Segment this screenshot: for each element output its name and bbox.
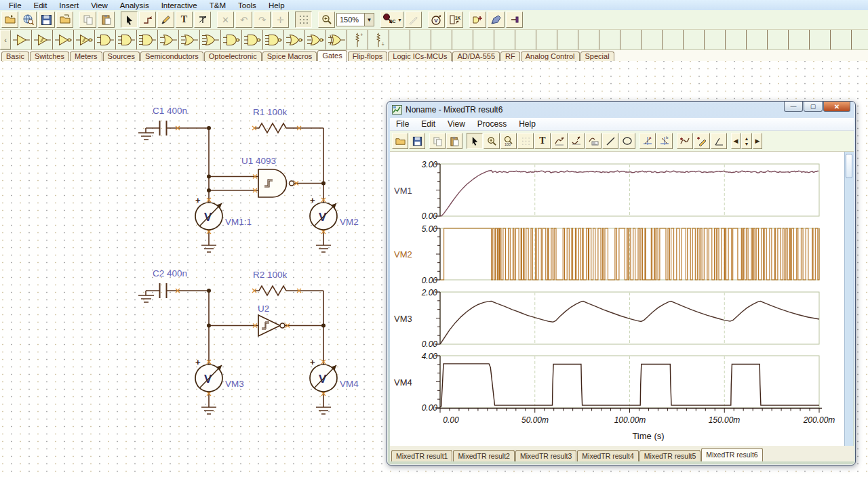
tab-mixedtr-result1[interactable]: MixedTR result1	[391, 450, 452, 461]
pulldown-resistor-icon[interactable]: ⏚	[368, 30, 389, 49]
maximize-button[interactable]: ▢	[804, 102, 823, 112]
tab-spice-macros[interactable]: Spice Macros	[262, 51, 317, 61]
inverter-icon[interactable]	[53, 30, 74, 49]
interpolate-button[interactable]	[677, 133, 693, 149]
dc-probe-dropdown[interactable]: ▼	[397, 18, 402, 22]
result-menu-file[interactable]: File	[390, 119, 415, 129]
or4-icon[interactable]	[200, 30, 221, 49]
legend-button[interactable]	[585, 133, 601, 149]
tab-rf[interactable]: RF	[500, 51, 520, 61]
result-paste-button[interactable]	[446, 133, 462, 149]
result-select-button[interactable]	[467, 133, 483, 149]
capacitor-c2[interactable]	[160, 283, 167, 298]
add-macro-button[interactable]	[469, 12, 486, 28]
buffer-icon[interactable]	[11, 30, 32, 49]
save-button[interactable]	[38, 12, 55, 28]
result-text-button[interactable]: T	[534, 133, 551, 149]
nand4-icon[interactable]	[263, 30, 284, 49]
close-button[interactable]: ✕	[823, 102, 850, 112]
menu-interactive[interactable]: Interactive	[155, 1, 203, 9]
result-menu-view[interactable]: View	[441, 119, 471, 129]
open-project-button[interactable]	[56, 12, 73, 28]
minimize-button[interactable]: —	[784, 102, 803, 112]
tab-sources[interactable]: Sources	[103, 51, 140, 61]
tab-ad-da-555[interactable]: AD/DA-555	[452, 51, 500, 61]
menu-insert[interactable]: Insert	[53, 1, 85, 9]
schmitt-inverter-u2[interactable]	[258, 315, 285, 336]
page-next-button[interactable]: ▶	[753, 133, 762, 149]
result-open-button[interactable]	[392, 133, 408, 149]
select-tool-button[interactable]	[121, 12, 138, 28]
menu-view[interactable]: View	[85, 1, 114, 9]
tab-mixedtr-result3[interactable]: MixedTR result3	[515, 450, 576, 461]
nand2-icon[interactable]	[221, 30, 242, 49]
pin-tool-button[interactable]	[506, 12, 523, 28]
controlled-buffer-icon[interactable]	[32, 30, 53, 49]
text-tool-button[interactable]: T	[176, 12, 193, 28]
cut-button[interactable]: ✕	[217, 12, 234, 28]
or3-icon[interactable]	[179, 30, 200, 49]
tab-meters[interactable]: Meters	[70, 51, 102, 61]
page-prev-button[interactable]: ◀	[731, 133, 741, 149]
tab-analog-control[interactable]: Analog Control	[521, 51, 580, 61]
result-copy-button[interactable]	[429, 133, 446, 149]
zoom-level-combo[interactable]: 150% ▼	[336, 13, 374, 26]
paste-button[interactable]	[98, 12, 115, 28]
curve-cursor-b-button[interactable]	[568, 133, 585, 149]
and3-icon[interactable]	[116, 30, 137, 49]
wires[interactable]	[146, 123, 323, 405]
tab-mixedtr-result2[interactable]: MixedTR result2	[453, 450, 514, 461]
edit-macro-button[interactable]	[488, 12, 505, 28]
result-window[interactable]: Noname - MixedTR result6 — ▢ ✕ File Edit…	[387, 101, 856, 465]
angle-button[interactable]	[711, 133, 727, 149]
draw-curve-button[interactable]	[694, 133, 710, 149]
redo-button[interactable]: ↷	[254, 12, 271, 28]
menu-file[interactable]: File	[3, 1, 28, 9]
tab-mixedtr-result5[interactable]: MixedTR result5	[639, 450, 701, 461]
tab-semiconductors[interactable]: Semiconductors	[140, 51, 203, 61]
result-menu-process[interactable]: Process	[471, 119, 513, 129]
tab-special[interactable]: Special	[580, 51, 614, 61]
menu-tm[interactable]: T&M	[203, 1, 232, 9]
component-values-button[interactable]: 1K	[446, 12, 463, 28]
dc-probe-button[interactable]: DC▼	[380, 12, 403, 28]
nand-gate-u1[interactable]	[258, 169, 294, 197]
segment-tool-button[interactable]	[194, 12, 211, 28]
nor3-icon[interactable]	[305, 30, 326, 49]
vertical-scrollbar[interactable]	[844, 152, 853, 446]
result-zoom-100-button[interactable]: 100	[500, 133, 517, 149]
voltmeter-mode-button[interactable]: V	[428, 12, 445, 28]
zoom-tool-button[interactable]	[318, 12, 335, 28]
copy-button[interactable]	[79, 12, 96, 28]
and4-icon[interactable]	[137, 30, 158, 49]
pencil-tool-button[interactable]	[157, 12, 174, 28]
tab-basic[interactable]: Basic	[1, 51, 29, 61]
nor2-icon[interactable]	[284, 30, 305, 49]
or2-icon[interactable]	[158, 30, 179, 49]
menu-tools[interactable]: Tools	[232, 1, 262, 9]
schmitt-inverter-icon[interactable]	[74, 30, 95, 49]
tab-logic-ics-mcus[interactable]: Logic ICs-MCUs	[388, 51, 452, 61]
tab-switches[interactable]: Switches	[30, 51, 69, 61]
tab-gates[interactable]: Gates	[317, 50, 347, 61]
open-file-button[interactable]	[1, 12, 18, 28]
component-scroll-left[interactable]: ‹	[0, 30, 11, 49]
page-spinner[interactable]: ▲▼	[741, 133, 752, 149]
tab-optoelectronic[interactable]: Optoelectronic	[204, 51, 262, 61]
capacitor-c1[interactable]	[160, 121, 167, 136]
menu-help[interactable]: Help	[262, 1, 291, 9]
and2-icon[interactable]	[95, 30, 116, 49]
nand3-icon[interactable]	[242, 30, 263, 49]
menu-analysis[interactable]: Analysis	[114, 1, 155, 9]
zoom-dropdown-arrow[interactable]: ▼	[364, 14, 374, 26]
search-button[interactable]	[20, 12, 37, 28]
result-save-button[interactable]	[409, 133, 425, 149]
tab-mixedtr-result6[interactable]: MixedTR result6	[701, 448, 762, 461]
tab-flip-flops[interactable]: Flip-flops	[348, 51, 388, 61]
tab-mixedtr-result4[interactable]: MixedTR result4	[577, 450, 638, 461]
probe-pencil-button[interactable]	[405, 12, 422, 28]
pullup-resistor-icon[interactable]: +	[347, 30, 368, 49]
undo-button[interactable]: ↶	[235, 12, 252, 28]
curve-cursor-a-button[interactable]	[551, 133, 568, 149]
wire-tool-button[interactable]	[139, 12, 156, 28]
